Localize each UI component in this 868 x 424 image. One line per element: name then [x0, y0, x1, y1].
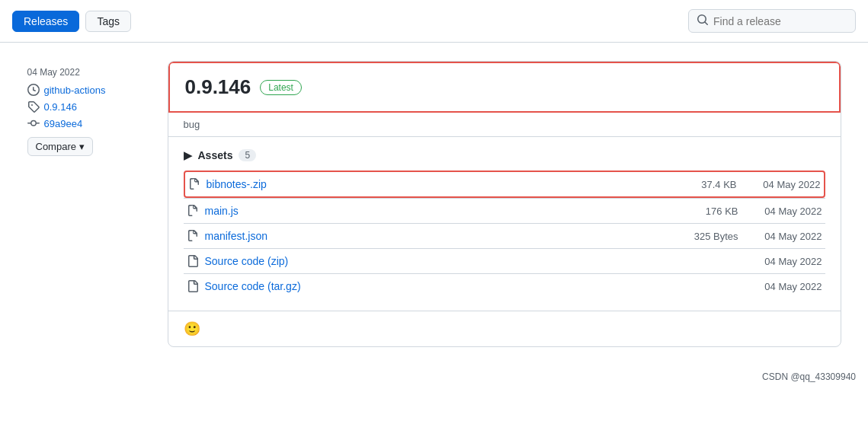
- asset-name-1: main.js: [187, 205, 647, 217]
- tags-button[interactable]: Tags: [85, 11, 131, 32]
- asset-name-4: Source code (tar.gz): [187, 280, 647, 292]
- asset-row: Source code (tar.gz) 04 May 2022: [184, 273, 825, 298]
- asset-size-0: 37.4 KB: [645, 179, 737, 190]
- triangle-icon: ▶: [184, 149, 192, 161]
- sidebar-author-link[interactable]: github-actions: [44, 84, 106, 96]
- sidebar-author-item: github-actions: [27, 84, 149, 96]
- toolbar-left: Releases Tags: [12, 11, 131, 32]
- file-icon-2: [187, 230, 199, 242]
- asset-row: Source code (zip) 04 May 2022: [184, 248, 825, 273]
- asset-name-0: bibnotes-.zip: [188, 178, 645, 190]
- sidebar-date: 04 May 2022: [27, 67, 149, 78]
- sidebar-tag-link[interactable]: 0.9.146: [44, 101, 77, 113]
- assets-section: ▶ Assets 5 bibnotes: [168, 136, 841, 311]
- assets-count: 5: [239, 149, 256, 161]
- sidebar-commit-link[interactable]: 69a9ee4: [44, 118, 83, 129]
- zip-icon: [188, 178, 200, 190]
- asset-date-2: 04 May 2022: [738, 231, 822, 242]
- sidebar-commit-item: 69a9ee4: [27, 117, 149, 129]
- sidebar-tag-item: 0.9.146: [27, 100, 149, 113]
- release-description: bug: [168, 113, 841, 136]
- source-icon-4: [187, 280, 199, 292]
- assets-label: Assets: [198, 149, 233, 161]
- compare-label: Compare: [36, 141, 76, 152]
- releases-button[interactable]: Releases: [12, 11, 79, 32]
- asset-date-1: 04 May 2022: [738, 206, 822, 217]
- search-input[interactable]: [713, 15, 847, 27]
- asset-link-0[interactable]: bibnotes-.zip: [207, 178, 267, 190]
- asset-name-3: Source code (zip): [187, 255, 647, 267]
- file-icon-1: [187, 205, 199, 217]
- asset-date-3: 04 May 2022: [738, 256, 822, 267]
- sidebar: 04 May 2022 github-actions 0.9.146: [27, 61, 149, 347]
- release-header: 0.9.146 Latest: [168, 62, 841, 113]
- asset-name-2: manifest.json: [187, 230, 647, 242]
- watermark: CSDN @qq_43309940: [0, 365, 868, 388]
- release-version: 0.9.146: [185, 75, 251, 99]
- asset-link-2[interactable]: manifest.json: [205, 230, 267, 242]
- compare-button[interactable]: Compare ▾: [27, 137, 93, 156]
- chevron-down-icon: ▾: [79, 141, 85, 152]
- asset-date-0: 04 May 2022: [737, 179, 821, 190]
- release-title-row: 0.9.146 Latest: [185, 75, 824, 99]
- toolbar: Releases Tags: [0, 0, 868, 43]
- asset-link-3[interactable]: Source code (zip): [205, 255, 289, 267]
- source-icon-3: [187, 255, 199, 267]
- asset-link-1[interactable]: main.js: [205, 205, 239, 217]
- tag-icon: [27, 100, 40, 113]
- asset-size-1: 176 KB: [647, 206, 738, 217]
- latest-badge: Latest: [260, 80, 302, 95]
- commit-icon: [27, 117, 40, 129]
- search-icon: [697, 14, 709, 28]
- main-content: 04 May 2022 github-actions 0.9.146: [15, 43, 854, 365]
- release-card: 0.9.146 Latest bug ▶ Assets 5: [168, 61, 841, 347]
- asset-size-2: 325 Bytes: [647, 231, 738, 242]
- emoji-row[interactable]: 🙂: [168, 311, 841, 346]
- search-box: [688, 9, 856, 33]
- bot-icon: [27, 84, 40, 96]
- assets-header[interactable]: ▶ Assets 5: [184, 149, 825, 161]
- asset-row: main.js 176 KB 04 May 2022: [184, 198, 825, 223]
- asset-link-4[interactable]: Source code (tar.gz): [205, 280, 301, 292]
- asset-row: bibnotes-.zip 37.4 KB 04 May 2022: [184, 171, 825, 198]
- asset-date-4: 04 May 2022: [738, 281, 822, 292]
- asset-row: manifest.json 325 Bytes 04 May 2022: [184, 223, 825, 248]
- asset-rows: bibnotes-.zip 37.4 KB 04 May 2022 下载最新的压…: [184, 171, 825, 298]
